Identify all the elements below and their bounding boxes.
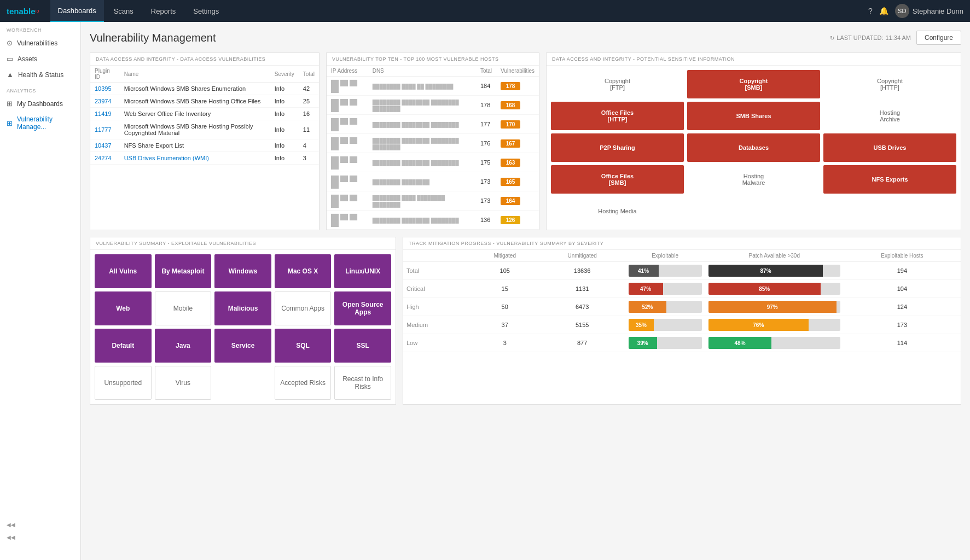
- vuln-summary-tile[interactable]: All Vulns: [95, 254, 152, 288]
- mit-exploitable: 47%: [625, 280, 705, 298]
- vuln-summary-tile[interactable]: Web: [95, 291, 152, 325]
- page-title: Vulnerability Management: [90, 32, 216, 44]
- vuln-top-ten-title: VULNERABILITY TOP TEN - TOP 100 MOST VUL…: [327, 53, 539, 66]
- sidebar-item-assets[interactable]: ▭ Assets: [0, 51, 80, 67]
- sidebar-label-health: Health & Status: [18, 71, 63, 79]
- col-total: Total: [476, 66, 496, 77]
- plugin-id: 23974: [90, 95, 120, 108]
- sidebar-item-vuln-manage[interactable]: ⊞ Vulnerability Manage...: [0, 112, 80, 135]
- vuln-summary-tile[interactable]: Mobile: [155, 291, 212, 325]
- sensitive-tile[interactable]: Office Files [SMB]: [551, 165, 684, 194]
- mit-unmitigated: 877: [539, 334, 625, 352]
- sensitive-tile[interactable]: NFS Exports: [823, 165, 956, 194]
- vuln-summary-tile[interactable]: Recast to Info Risks: [334, 366, 391, 400]
- mitigation-row: High 50 6473 52% 97% 124: [403, 298, 961, 316]
- row-total: 184: [476, 77, 496, 96]
- sensitive-tile[interactable]: Copyright [SMB]: [687, 70, 820, 98]
- data-access-row[interactable]: 10437 NFS Share Export List Info 4: [90, 139, 319, 152]
- help-icon[interactable]: ?: [868, 7, 873, 15]
- vuln-summary-tile[interactable]: SSL: [334, 329, 391, 363]
- mit-mitigated: 50: [471, 298, 539, 316]
- sidebar-item-my-dashboards[interactable]: ⊞ My Dashboards: [0, 96, 80, 112]
- vuln-top-row[interactable]: ██ ██ ██ ██ ████████ ████ ████████ █████…: [327, 191, 539, 211]
- vuln-summary-tile[interactable]: Malicious: [214, 291, 271, 325]
- vuln-top-row[interactable]: ██ ██ ██ ██ ████████ ████████ ████████ █…: [327, 96, 539, 115]
- sensitive-tile[interactable]: Databases: [687, 133, 820, 162]
- sensitive-panel: DATA ACCESS AND INTEGRITY - POTENTIAL SE…: [546, 52, 961, 230]
- mitigation-row: Low 3 877 39% 48% 114: [403, 334, 961, 352]
- row-dns: ████████ ████████ ████████: [368, 211, 476, 230]
- data-access-row[interactable]: 11777 Microsoft Windows SMB Share Hostin…: [90, 120, 319, 139]
- mit-severity: Critical: [403, 280, 471, 298]
- vuln-top-row[interactable]: ██ ██ ██ ██ ████████ ████████ 173 165: [327, 172, 539, 191]
- row-vuln-badge: 164: [496, 191, 539, 211]
- sidebar-label-assets: Assets: [18, 55, 37, 63]
- plugin-name[interactable]: USB Drives Enumeration (WMI): [120, 152, 270, 165]
- vuln-summary-tile[interactable]: Accepted Risks: [275, 366, 332, 400]
- data-access-row[interactable]: 24274 USB Drives Enumeration (WMI) Info …: [90, 152, 319, 165]
- sidebar-item-vulnerabilities[interactable]: ⊙ Vulnerabilities: [0, 35, 80, 51]
- vulnerabilities-icon: ⊙: [7, 39, 13, 47]
- sidebar-collapse-btn2[interactable]: ◀◀: [0, 531, 80, 544]
- sensitive-tile[interactable]: Copyright [HTTP]: [823, 70, 956, 98]
- plugin-total: 25: [299, 95, 319, 108]
- top-dashboard-row: DATA ACCESS AND INTEGRITY - DATA ACCESS …: [90, 52, 961, 230]
- vuln-summary-tile[interactable]: Service: [214, 329, 271, 363]
- vuln-top-row[interactable]: ██ ██ ██ ██ ████████ ████████ ████████ █…: [327, 134, 539, 153]
- last-updated-label: LAST UPDATED:: [837, 34, 883, 41]
- plugin-id: 10437: [90, 139, 120, 152]
- vuln-summary-tile[interactable]: Open Source Apps: [334, 291, 391, 325]
- vuln-summary-tile[interactable]: SQL: [275, 329, 332, 363]
- mit-hosts: 124: [844, 298, 961, 316]
- sensitive-tile: [823, 197, 956, 225]
- row-vuln-badge: 178: [496, 77, 539, 96]
- nav-reports[interactable]: Reports: [143, 0, 184, 22]
- row-total: 178: [476, 96, 496, 115]
- row-total: 173: [476, 172, 496, 191]
- sensitive-tile[interactable]: Office Files [HTTP]: [551, 102, 684, 130]
- row-vuln-badge: 165: [496, 172, 539, 191]
- vuln-summary-grid: All VulnsBy MetasploitWindowsMac OS XLin…: [90, 250, 396, 404]
- sensitive-tile[interactable]: Hosting Media: [551, 197, 684, 225]
- sidebar-item-health-status[interactable]: ▲ Health & Status: [0, 67, 80, 83]
- nav-scans[interactable]: Scans: [106, 0, 141, 22]
- vuln-summary-tile[interactable]: Windows: [214, 254, 271, 288]
- vuln-summary-tile[interactable]: Virus: [155, 366, 212, 400]
- col-vulns: Vulnerabilities: [496, 66, 539, 77]
- sensitive-tile[interactable]: USB Drives: [823, 133, 956, 162]
- mit-patch: 76%: [705, 316, 844, 334]
- sidebar-collapse-btn[interactable]: ◀◀: [0, 518, 80, 531]
- mit-patch: 85%: [705, 280, 844, 298]
- sensitive-tile[interactable]: SMB Shares: [687, 102, 820, 130]
- vuln-summary-tile[interactable]: Unsupported: [95, 366, 152, 400]
- mitigation-title: TRACK MITIGATION PROGRESS - VULNERABILIT…: [403, 237, 961, 250]
- plugin-severity: Info: [270, 83, 299, 95]
- vuln-top-row[interactable]: ██ ██ ██ ██ ████████ ████████ ████████ 1…: [327, 153, 539, 172]
- avatar[interactable]: SD: [895, 4, 909, 18]
- sensitive-tile[interactable]: Copyright [FTP]: [551, 70, 684, 98]
- vuln-summary-tile[interactable]: Java: [155, 329, 212, 363]
- notification-icon[interactable]: 🔔: [879, 7, 888, 15]
- vuln-summary-tile[interactable]: Default: [95, 329, 152, 363]
- vuln-top-row[interactable]: ██ ██ ██ ██ ████████ ████████ ████████ 1…: [327, 115, 539, 134]
- vuln-summary-tile[interactable]: Common Apps: [275, 291, 332, 325]
- sensitive-tile[interactable]: P2P Sharing: [551, 133, 684, 162]
- data-access-title: DATA ACCESS AND INTEGRITY - DATA ACCESS …: [90, 53, 319, 66]
- nav-settings[interactable]: Settings: [185, 0, 226, 22]
- data-access-row[interactable]: 10395 Microsoft Windows SMB Shares Enume…: [90, 83, 319, 95]
- vuln-top-row[interactable]: ██ ██ ██ ██ ████████ ████████ ████████ 1…: [327, 211, 539, 230]
- plugin-total: 3: [299, 152, 319, 165]
- row-dns: ████████ ████ ██ ████████: [368, 77, 476, 96]
- data-access-row[interactable]: 11419 Web Server Office File Inventory I…: [90, 108, 319, 120]
- sensitive-tile[interactable]: Hosting Archive: [823, 102, 956, 130]
- vuln-summary-tile[interactable]: Mac OS X: [275, 254, 332, 288]
- data-access-row[interactable]: 23974 Microsoft Windows SMB Share Hostin…: [90, 95, 319, 108]
- sensitive-tile[interactable]: Hosting Malware: [687, 165, 820, 194]
- vuln-manage-icon: ⊞: [7, 119, 13, 127]
- configure-button[interactable]: Configure: [916, 31, 961, 45]
- vuln-summary-tile[interactable]: Linux/UNIX: [334, 254, 391, 288]
- vuln-top-row[interactable]: ██ ██ ██ ██ ████████ ████ ██ ████████ 18…: [327, 77, 539, 96]
- vuln-summary-tile[interactable]: By Metasploit: [155, 254, 212, 288]
- nav-dashboards[interactable]: Dashboards: [50, 0, 104, 22]
- mitigation-row: Critical 15 1131 47% 85% 104: [403, 280, 961, 298]
